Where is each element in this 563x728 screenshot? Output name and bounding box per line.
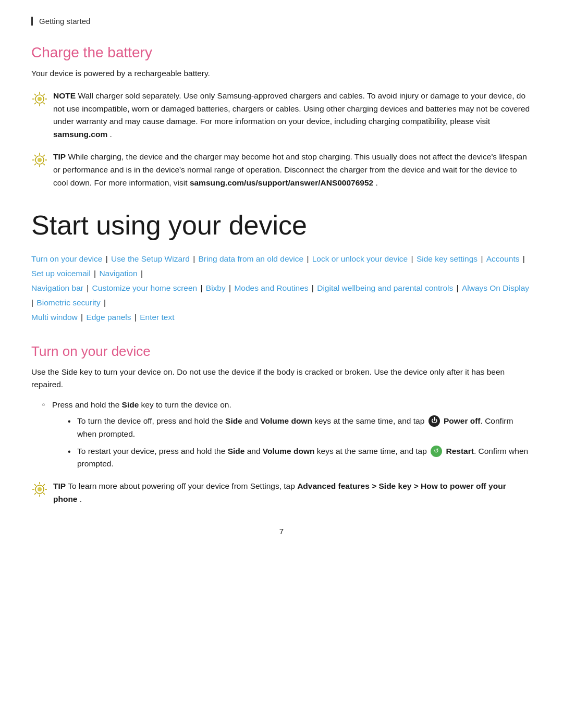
charge-section-title: Charge the battery — [31, 44, 532, 61]
page-number: 7 — [31, 527, 532, 536]
sub-b2-bold1: Side — [228, 447, 245, 455]
turn-on-intro: Use the Side key to turn your device on.… — [31, 366, 532, 392]
sep-4: | — [409, 254, 415, 263]
svg-line-26 — [43, 493, 45, 495]
toc-link-multi-window[interactable]: Multi window — [31, 313, 78, 322]
sub-b1-bold3: Power off — [444, 416, 481, 425]
bullet-1-bold: Side — [122, 400, 139, 409]
sep-2: | — [191, 254, 198, 263]
bullet-press-hold: Press and hold the Side key to turn the … — [44, 399, 532, 471]
page-header-label: Getting started — [39, 17, 90, 26]
tip-turn-on-body: To learn more about powering off your de… — [68, 482, 297, 490]
tip-turn-on-text: TIP To learn more about powering off you… — [53, 480, 532, 506]
tip-1-end: . — [376, 178, 378, 187]
charge-section: Charge the battery Your device is powere… — [31, 44, 532, 189]
toc-link-turn-on[interactable]: Turn on your device — [31, 254, 102, 263]
sub-b1-mid: and — [242, 416, 260, 425]
note-1-link[interactable]: samsung.com — [53, 130, 107, 139]
sub-b1-bold1: Side — [225, 416, 242, 425]
toc-link-nav-bar[interactable]: Navigation bar — [31, 283, 83, 292]
sep-1: | — [103, 254, 110, 263]
toc-link-lock-unlock[interactable]: Lock or unlock your device — [312, 254, 408, 263]
tip-block-1: TIP While charging, the device and the c… — [31, 151, 532, 189]
turn-on-title: Turn on your device — [31, 343, 532, 360]
note-1-body: Wall charger sold separately. Use only S… — [53, 91, 530, 126]
svg-line-16 — [43, 164, 45, 165]
sep-13: | — [454, 283, 461, 292]
svg-point-29 — [38, 487, 42, 491]
tip-1-text: TIP While charging, the device and the c… — [53, 151, 532, 189]
toc-link-setup-wizard[interactable]: Use the Setup Wizard — [111, 254, 190, 263]
tip-1-label: TIP — [53, 152, 66, 161]
sub-b1-pre: To turn the device off, press and hold t… — [77, 416, 225, 425]
svg-line-28 — [34, 493, 36, 495]
sep-3: | — [304, 254, 311, 263]
svg-line-27 — [43, 484, 45, 486]
toc-link-bixby[interactable]: Bixby — [206, 283, 226, 292]
tip-1-link[interactable]: samsung.com/us/support/answer/ANS0007695… — [190, 178, 373, 187]
sep-15: | — [102, 298, 106, 307]
toc-link-edge-panels[interactable]: Edge panels — [86, 313, 131, 322]
note-1-label: NOTE — [53, 91, 76, 100]
toc-link-aod[interactable]: Always On Display — [462, 283, 529, 292]
toc-link-customize[interactable]: Customize your home screen — [92, 283, 198, 292]
tip-block-turn-on: TIP To learn more about powering off you… — [31, 480, 532, 506]
svg-line-5 — [34, 94, 36, 95]
svg-line-17 — [43, 155, 45, 156]
sub-b2-bold2: Volume down — [263, 447, 315, 455]
svg-line-8 — [34, 103, 36, 104]
note-1-end: . — [110, 130, 112, 139]
sub-bullet-restart: To restart your device, press and hold t… — [68, 445, 532, 471]
toc-link-voicemail[interactable]: Set up voicemail — [31, 269, 91, 278]
toc-link-wellbeing[interactable]: Digital wellbeing and parental controls — [317, 283, 453, 292]
sep-16: | — [79, 313, 85, 322]
sep-11: | — [227, 283, 234, 292]
sep-12: | — [310, 283, 316, 292]
start-section-title: Start using your device — [31, 210, 532, 241]
bullet-1-end: key to turn the device on. — [139, 400, 231, 409]
sub-bullet-list: To turn the device off, press and hold t… — [68, 415, 532, 471]
restart-icon: ↺ — [431, 446, 442, 457]
sep-6: | — [520, 254, 524, 263]
note-icon — [31, 91, 48, 107]
svg-point-19 — [38, 158, 42, 162]
toc-link-navigation[interactable]: Navigation — [99, 269, 137, 278]
note-block-1: NOTE Wall charger sold separately. Use o… — [31, 90, 532, 141]
turn-on-section: Turn on your device Use the Side key to … — [31, 343, 532, 506]
sep-17: | — [132, 313, 139, 322]
svg-line-7 — [43, 94, 45, 95]
toc-link-modes[interactable]: Modes and Routines — [234, 283, 308, 292]
tip-turn-on-end: . — [80, 495, 82, 503]
charge-intro: Your device is powered by a rechargeable… — [31, 67, 532, 80]
page-header: Getting started — [31, 17, 532, 26]
sub-b2-pre: To restart your device, press and hold t… — [77, 447, 228, 455]
sub-b1-mid2: keys at the same time, and tap — [312, 416, 427, 425]
turn-on-bullet-list: Press and hold the Side key to turn the … — [44, 399, 532, 471]
svg-point-9 — [38, 97, 42, 101]
toc-link-side-key[interactable]: Side key settings — [417, 254, 478, 263]
sub-b2-bold3: Restart — [446, 447, 473, 455]
sub-b2-mid: and — [244, 447, 262, 455]
sep-10: | — [198, 283, 205, 292]
start-section: Start using your device Turn on your dev… — [31, 210, 532, 324]
sub-b1-bold2: Volume down — [260, 416, 312, 425]
svg-line-18 — [34, 164, 36, 165]
toc-link-biometric[interactable]: Biometric security — [36, 298, 100, 307]
sub-b2-mid2: keys at the same time, and tap — [314, 447, 429, 455]
svg-line-15 — [34, 155, 36, 156]
sub-bullet-power-off: To turn the device off, press and hold t… — [68, 415, 532, 441]
sep-5: | — [479, 254, 485, 263]
toc-link-accounts[interactable]: Accounts — [486, 254, 520, 263]
tip-icon-1 — [31, 152, 48, 168]
svg-line-25 — [34, 484, 36, 486]
toc-link-enter-text[interactable]: Enter text — [140, 313, 174, 322]
sep-9: | — [84, 283, 91, 292]
tip-turn-on-label: TIP — [53, 482, 66, 490]
sep-14: | — [31, 298, 35, 307]
power-off-icon: ⏻ — [429, 415, 440, 427]
sep-7: | — [92, 269, 99, 278]
svg-line-6 — [43, 103, 45, 104]
note-1-text: NOTE Wall charger sold separately. Use o… — [53, 90, 532, 141]
toc-link-bring-data[interactable]: Bring data from an old device — [198, 254, 303, 263]
sep-8: | — [139, 269, 143, 278]
